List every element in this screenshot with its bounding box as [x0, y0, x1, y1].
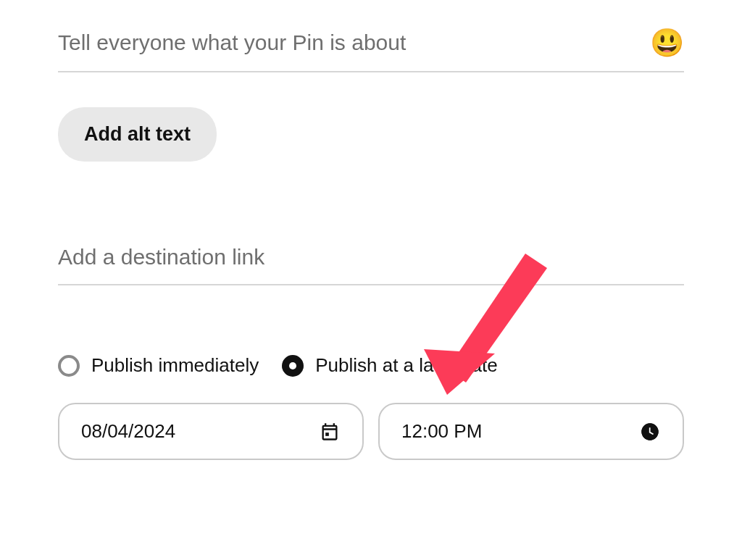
description-row: 😃 — [58, 29, 684, 72]
publish-later-radio[interactable]: Publish at a later date — [282, 354, 498, 377]
time-value: 12:00 PM — [401, 420, 482, 443]
date-value: 08/04/2024 — [81, 420, 175, 443]
publish-timing-radios: Publish immediately Publish at a later d… — [58, 354, 684, 377]
radio-icon-selected — [282, 355, 304, 377]
emoji-picker-button[interactable]: 😃 — [650, 29, 684, 57]
radio-label: Publish immediately — [91, 354, 259, 377]
radio-icon — [58, 355, 80, 377]
description-input[interactable] — [58, 30, 650, 55]
destination-link-input[interactable] — [58, 245, 684, 269]
add-alt-text-button[interactable]: Add alt text — [58, 107, 217, 162]
time-picker-field[interactable]: 12:00 PM — [378, 403, 684, 460]
clock-icon — [639, 421, 661, 443]
publish-immediately-radio[interactable]: Publish immediately — [58, 354, 259, 377]
svg-rect-0 — [325, 432, 329, 436]
date-picker-field[interactable]: 08/04/2024 — [58, 403, 364, 460]
destination-link-row — [58, 245, 684, 285]
schedule-datetime-row: 08/04/2024 12:00 PM — [58, 403, 684, 460]
spacer — [58, 162, 684, 245]
radio-label: Publish at a later date — [315, 354, 498, 377]
calendar-icon — [319, 421, 341, 443]
